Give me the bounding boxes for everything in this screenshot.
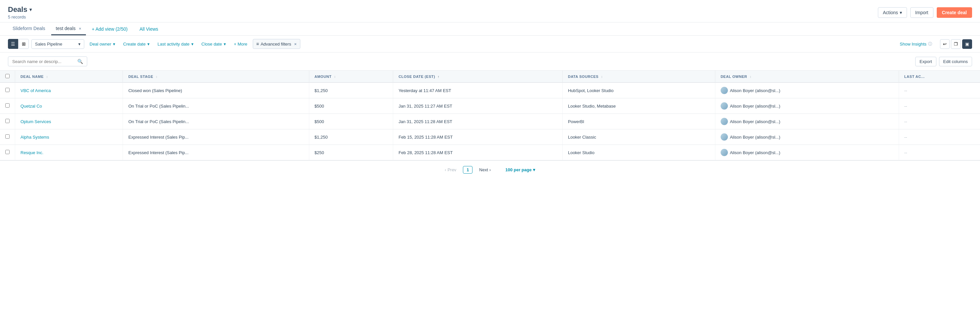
row-deal-owner: Alison Boyer (alison@sl...) (715, 114, 899, 129)
export-label: Export (920, 59, 932, 64)
deal-name-link-1[interactable]: Quetzal Co (21, 104, 42, 109)
select-all-checkbox[interactable] (5, 74, 10, 78)
amount-sort-icon[interactable]: ↕ (334, 75, 336, 79)
owner-name-0: Alison Boyer (alison@sl...) (730, 88, 780, 93)
deals-table: Deal Name ↕ Deal Stage ↕ Amount ↕ Close … (0, 71, 980, 160)
copy-button[interactable]: ❐ (951, 39, 961, 49)
list-view-icon: ☰ (11, 41, 15, 46)
row-checkbox-3[interactable] (5, 135, 10, 139)
deal-name-link-3[interactable]: Alpha Systems (21, 135, 49, 139)
row-amount: $1,250 (309, 82, 393, 98)
prev-button[interactable]: ‹ Prev (442, 166, 459, 174)
deal-name-sort-icon[interactable]: ↕ (46, 75, 48, 79)
create-date-dropdown-icon: ▾ (147, 41, 150, 46)
last-activity-filter[interactable]: Last activity date ▾ (155, 40, 196, 49)
deal-name-link-4[interactable]: Resque Inc. (21, 150, 43, 155)
show-insights-label: Show Insights (900, 41, 926, 46)
row-checkbox-1[interactable] (5, 103, 10, 108)
deal-owner-dropdown-icon: ▾ (113, 41, 115, 46)
deal-owner-sort-icon[interactable]: ↕ (750, 75, 752, 79)
row-close-date: Feb 28, 2025 11:28 AM EST (393, 145, 563, 160)
pipeline-select[interactable]: Sales Pipeline ▾ (32, 39, 84, 49)
tab-bar: Slideform Deals test deals × + Add view … (0, 22, 980, 36)
tab-test-deals-close[interactable]: × (79, 26, 81, 31)
row-data-sources: HubSpot, Looker Studio (562, 82, 715, 98)
row-data-sources: Looker Classic (562, 129, 715, 145)
row-checkbox-0[interactable] (5, 88, 10, 92)
current-page: 1 (463, 166, 473, 174)
import-label: Import (915, 10, 929, 15)
advanced-filters-close-icon[interactable]: × (294, 41, 297, 46)
create-deal-button[interactable]: Create deal (937, 7, 972, 18)
row-last-activity: -- (899, 129, 980, 145)
owner-name-4: Alison Boyer (alison@sl...) (730, 150, 780, 155)
deals-table-wrap: Deal Name ↕ Deal Stage ↕ Amount ↕ Close … (0, 71, 980, 160)
filter-lines-icon: ≡ (256, 41, 259, 46)
deal-owner-filter[interactable]: Deal owner ▾ (87, 40, 118, 49)
row-deal-owner: Alison Boyer (alison@sl...) (715, 145, 899, 160)
list-view-button[interactable]: ☰ (8, 39, 18, 49)
filter-bar: ☰ ⊞ Sales Pipeline ▾ Deal owner ▾ Create… (0, 36, 980, 52)
close-date-filter[interactable]: Close date ▾ (199, 40, 229, 49)
show-insights-info-icon: ⓘ (928, 41, 932, 47)
row-checkbox-cell (0, 145, 15, 160)
page-header-left: Deals ▾ 5 records (8, 5, 32, 19)
search-icon: 🔍 (77, 59, 83, 64)
next-chevron-icon: › (489, 167, 491, 172)
deal-name-link-2[interactable]: Optum Services (21, 119, 51, 124)
grid-view-button[interactable]: ⊞ (19, 39, 29, 49)
col-data-sources-label: Data Sources (568, 74, 599, 79)
row-close-date: Feb 15, 2025 11:28 AM EST (393, 129, 563, 145)
col-data-sources: Data Sources ↕ (562, 71, 715, 82)
table-row: Alpha Systems Expressed Interest (Sales … (0, 129, 980, 145)
close-date-sort-icon[interactable]: ↑ (438, 75, 439, 79)
row-close-date: Jan 31, 2025 11:27 AM EST (393, 98, 563, 114)
col-deal-name-label: Deal Name (21, 74, 44, 79)
advanced-filters-button[interactable]: ≡ Advanced filters × (253, 39, 300, 49)
edit-cols-label: Edit columns (943, 59, 968, 64)
close-date-dropdown-icon: ▾ (224, 41, 226, 46)
row-close-date: Jan 31, 2025 11:28 AM EST (393, 114, 563, 129)
tab-slideform-deals[interactable]: Slideform Deals (8, 22, 50, 35)
undo-button[interactable]: ↩ (940, 39, 950, 49)
owner-name-2: Alison Boyer (alison@sl...) (730, 119, 780, 124)
deal-name-link-0[interactable]: VBC of America (21, 88, 51, 93)
tab-all-views-label: All Views (140, 26, 158, 32)
deal-stage-sort-icon[interactable]: ↕ (156, 75, 158, 79)
row-checkbox-2[interactable] (5, 119, 10, 123)
tab-test-deals[interactable]: test deals × (51, 22, 86, 35)
pipeline-label: Sales Pipeline (35, 41, 62, 46)
header-checkbox-cell (0, 71, 15, 82)
col-last-activity-label: Last AC... (904, 74, 925, 79)
actions-button[interactable]: Actions ▾ (878, 7, 907, 18)
search-input[interactable] (12, 59, 75, 64)
last-activity-dropdown-icon: ▾ (191, 41, 194, 46)
tab-all-views[interactable]: All Views (135, 23, 163, 35)
page-header-right: Actions ▾ Import Create deal (878, 7, 972, 18)
save-button[interactable]: ▣ (962, 39, 972, 49)
copy-icon: ❐ (954, 41, 958, 46)
col-deal-stage: Deal Stage ↕ (123, 71, 309, 82)
next-button[interactable]: Next › (476, 166, 493, 174)
row-deal-stage: Closed won (Sales Pipeline) (123, 82, 309, 98)
import-button[interactable]: Import (910, 7, 934, 18)
prev-label: Prev (447, 167, 456, 172)
row-data-sources: Looker Studio, Metabase (562, 98, 715, 114)
edit-columns-button[interactable]: Edit columns (939, 57, 972, 66)
table-row: Optum Services On Trial or PoC (Sales Pi… (0, 114, 980, 129)
show-insights-button[interactable]: Show Insights ⓘ (897, 39, 935, 49)
create-date-filter[interactable]: Create date ▾ (121, 40, 152, 49)
title-dropdown-icon[interactable]: ▾ (29, 7, 32, 12)
more-filter[interactable]: + More (231, 40, 250, 49)
search-input-wrap[interactable]: 🔍 (8, 57, 87, 66)
deal-owner-label: Deal owner (89, 41, 111, 46)
per-page-dropdown-icon: ▾ (533, 167, 535, 172)
row-last-activity: -- (899, 82, 980, 98)
row-checkbox-4[interactable] (5, 150, 10, 154)
col-close-date: Close Date (EST) ↑ (393, 71, 563, 82)
export-button[interactable]: Export (915, 57, 936, 66)
per-page-button[interactable]: 100 per page ▾ (503, 166, 538, 174)
data-sources-sort-icon[interactable]: ↕ (601, 75, 603, 79)
tab-add-view[interactable]: + Add view (2/50) (87, 23, 132, 35)
row-checkbox-cell (0, 129, 15, 145)
